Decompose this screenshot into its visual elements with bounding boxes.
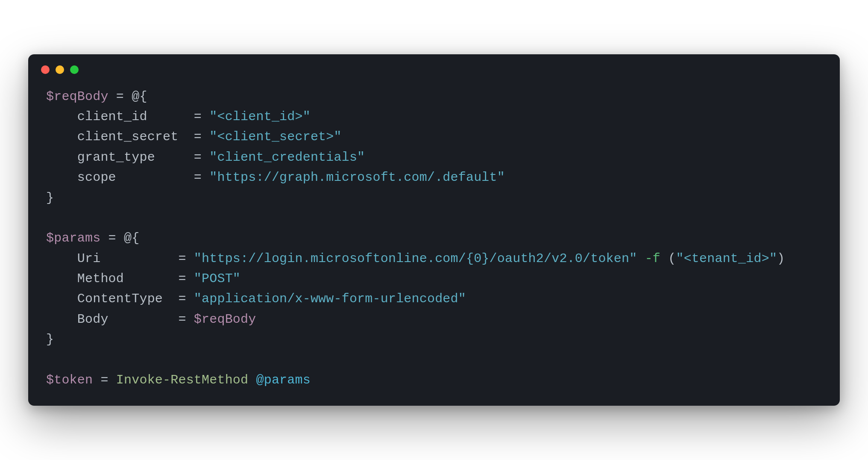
key-client-id: client_id xyxy=(77,109,147,124)
op-eq: = xyxy=(100,231,124,245)
key-body: Body xyxy=(77,312,108,327)
op-eq: = xyxy=(170,251,194,266)
indent xyxy=(46,292,77,306)
cmdlet-invoke: Invoke-RestMethod xyxy=(116,373,248,387)
pad xyxy=(116,170,186,185)
space xyxy=(248,373,256,387)
val-client-secret: "<client_secret>" xyxy=(209,130,341,144)
close-button[interactable] xyxy=(41,65,50,74)
op-format: -f xyxy=(645,251,660,266)
hash-close: } xyxy=(46,332,54,347)
rparen: ) xyxy=(777,251,785,266)
pad xyxy=(124,271,170,286)
val-client-id: "<client_id>" xyxy=(209,109,311,124)
val-body-var: $reqBody xyxy=(194,312,256,327)
pad xyxy=(178,130,186,144)
var-token: $token xyxy=(46,373,93,387)
key-method: Method xyxy=(77,271,124,286)
val-grant-type: "client_credentials" xyxy=(209,150,365,165)
indent xyxy=(46,150,77,165)
op-eq: = xyxy=(170,312,194,327)
key-grant-type: grant_type xyxy=(77,150,155,165)
space xyxy=(660,251,668,266)
indent xyxy=(46,170,77,185)
hash-open: @{ xyxy=(124,231,139,245)
op-eq: = xyxy=(186,150,210,165)
op-eq: = xyxy=(170,292,194,306)
val-contenttype: "application/x-www-form-urlencoded" xyxy=(194,292,466,306)
minimize-button[interactable] xyxy=(56,65,64,74)
indent xyxy=(46,109,77,124)
code-block: $reqBody = @{ client_id = "<client_id>" … xyxy=(28,78,840,391)
op-eq: = xyxy=(186,130,210,144)
op-eq: = xyxy=(108,89,132,104)
pad xyxy=(155,150,186,165)
pad xyxy=(108,312,171,327)
window-titlebar xyxy=(28,54,840,78)
lparen: ( xyxy=(668,251,676,266)
hash-open: @{ xyxy=(132,89,147,104)
pad xyxy=(100,251,170,266)
op-eq: = xyxy=(93,373,116,387)
op-eq: = xyxy=(170,271,194,286)
indent xyxy=(46,251,77,266)
op-eq: = xyxy=(186,109,210,124)
zoom-button[interactable] xyxy=(70,65,79,74)
splat-params: @params xyxy=(256,373,310,387)
var-reqbody: $reqBody xyxy=(46,89,108,104)
space xyxy=(637,251,645,266)
pad xyxy=(147,109,186,124)
key-client-secret: client_secret xyxy=(77,130,179,144)
var-params: $params xyxy=(46,231,100,245)
key-uri: Uri xyxy=(77,251,101,266)
hash-close: } xyxy=(46,191,54,205)
indent xyxy=(46,271,77,286)
code-window: $reqBody = @{ client_id = "<client_id>" … xyxy=(28,54,840,406)
val-scope: "https://graph.microsoft.com/.default" xyxy=(209,170,505,185)
pad xyxy=(163,292,170,306)
val-method: "POST" xyxy=(194,271,240,286)
val-tenant: "<tenant_id>" xyxy=(676,251,777,266)
key-scope: scope xyxy=(77,170,116,185)
val-uri: "https://login.microsoftonline.com/{0}/o… xyxy=(194,251,637,266)
indent xyxy=(46,312,77,327)
key-contenttype: ContentType xyxy=(77,292,163,306)
op-eq: = xyxy=(186,170,210,185)
indent xyxy=(46,130,77,144)
